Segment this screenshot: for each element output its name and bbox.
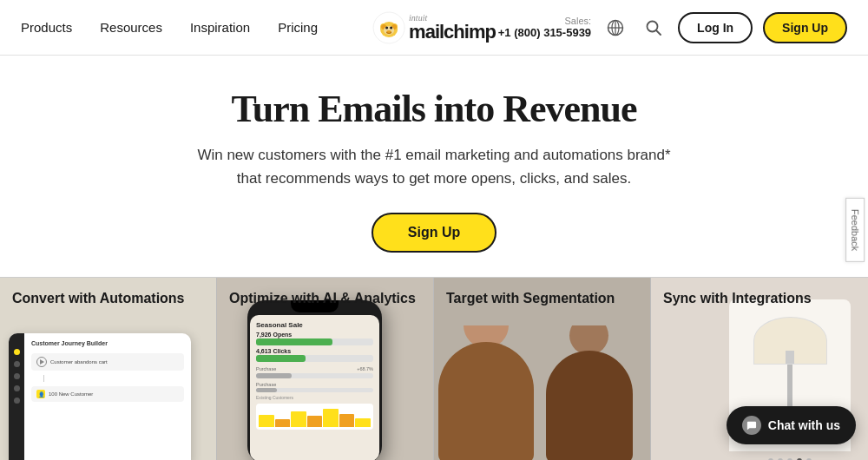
hero-subtitle: Win new customers with the #1 email mark… bbox=[191, 143, 677, 190]
segmentation-people bbox=[434, 325, 650, 460]
feature-card-ai: Optimize with AI & Analytics Seasonal Sa… bbox=[217, 278, 434, 460]
feature-title-segmentation: Target with Segmentation bbox=[446, 290, 643, 308]
feature-title-ai: Optimize with AI & Analytics bbox=[229, 290, 426, 308]
login-button[interactable]: Log In bbox=[678, 12, 753, 43]
phone-screen-title: Seasonal Sale bbox=[256, 321, 373, 329]
monkey-icon bbox=[372, 11, 405, 44]
signup-hero-button[interactable]: Sign Up bbox=[372, 213, 496, 253]
feedback-label: Feedback bbox=[850, 209, 860, 251]
nav-right: Sales: +1 (800) 315-5939 Log In Sign Up bbox=[498, 12, 847, 43]
phone-row1: Customer abandons cart bbox=[50, 359, 108, 365]
globe-icon bbox=[607, 19, 624, 36]
sales-label: Sales: bbox=[498, 16, 591, 26]
feature-title-integrations: Sync with Integrations bbox=[663, 290, 861, 308]
chat-icon bbox=[742, 416, 761, 435]
phone-stat3: Purchase bbox=[256, 366, 276, 371]
sales-phone: +1 (800) 315-5939 bbox=[498, 26, 591, 39]
feedback-tab[interactable]: Feedback bbox=[845, 198, 865, 262]
phone-stat2: 4,613 Clicks bbox=[256, 348, 373, 354]
hero-title: Turn Emails into Revenue bbox=[231, 87, 636, 131]
logo[interactable]: intuit mailchimp bbox=[372, 11, 496, 44]
search-icon bbox=[646, 20, 661, 36]
globe-button[interactable] bbox=[602, 14, 629, 42]
sales-info: Sales: +1 (800) 315-5939 bbox=[498, 16, 591, 39]
automation-mock: Customer Journey Builder Customer abando… bbox=[9, 333, 191, 460]
feature-card-segmentation: Target with Segmentation bbox=[434, 278, 651, 460]
nav-item-inspiration[interactable]: Inspiration bbox=[190, 20, 250, 35]
chat-label: Chat with us bbox=[768, 418, 840, 432]
svg-line-15 bbox=[656, 30, 661, 35]
phone-row2: 100 New Customer bbox=[49, 391, 93, 397]
chat-button[interactable]: Chat with us bbox=[727, 406, 856, 444]
chat-bubble-icon bbox=[746, 420, 757, 431]
svg-point-8 bbox=[390, 26, 392, 29]
phone-header: Customer Journey Builder bbox=[31, 340, 184, 346]
nav-item-resources[interactable]: Resources bbox=[100, 20, 162, 35]
ai-phone-mock: Seasonal Sale 7,926 Opens 4,613 Clicks P… bbox=[247, 300, 382, 460]
search-button[interactable] bbox=[640, 14, 667, 42]
feature-title-automations: Convert with Automations bbox=[12, 290, 209, 308]
nav-left: Products Resources Inspiration Pricing bbox=[21, 20, 318, 35]
hero-section: Turn Emails into Revenue Win new custome… bbox=[0, 56, 868, 277]
logo-text: intuit mailchimp bbox=[409, 14, 496, 42]
navbar: Products Resources Inspiration Pricing i… bbox=[0, 0, 868, 56]
signup-nav-button[interactable]: Sign Up bbox=[763, 12, 847, 43]
nav-item-pricing[interactable]: Pricing bbox=[278, 20, 318, 35]
phone-stat1: 7,926 Opens bbox=[256, 332, 373, 338]
nav-item-products[interactable]: Products bbox=[21, 20, 72, 35]
feature-card-automations: Convert with Automations Customer Journe… bbox=[0, 278, 217, 460]
svg-point-7 bbox=[385, 26, 388, 29]
